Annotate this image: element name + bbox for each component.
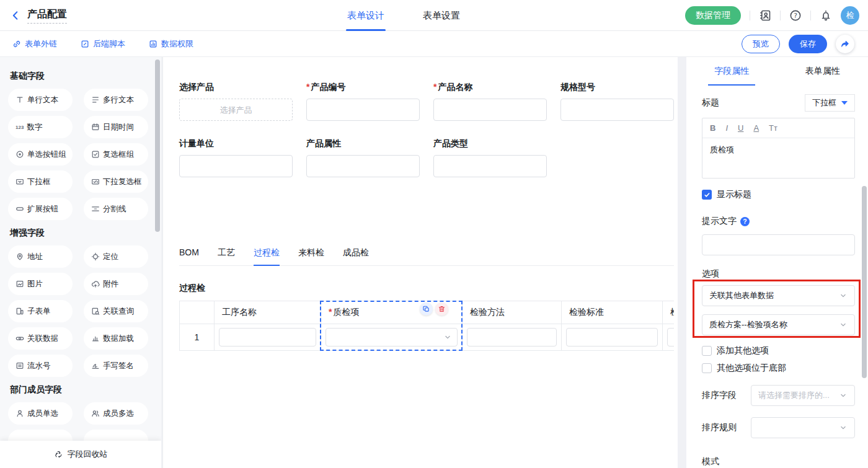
- form-field-product-name[interactable]: *产品名称: [433, 82, 547, 121]
- field-item-datetime[interactable]: 日期时间: [84, 116, 148, 138]
- tab-bom[interactable]: BOM: [179, 247, 199, 265]
- field-item-linked-query[interactable]: 关联查询: [84, 300, 148, 322]
- checkbox-unchecked-icon[interactable]: [702, 363, 712, 373]
- help-tooltip-icon[interactable]: ?: [740, 217, 750, 226]
- field-item-single-line-text[interactable]: 单行文本: [8, 89, 73, 111]
- page-title[interactable]: 产品配置: [27, 8, 67, 24]
- field-item-member-multi[interactable]: 成员多选: [84, 402, 148, 425]
- index-column-header: [180, 301, 215, 324]
- field-item-radio-group[interactable]: 单选按钮组: [8, 143, 73, 166]
- field-item-member-single[interactable]: 成员单选: [8, 402, 73, 425]
- subtable-title: 过程检: [179, 283, 673, 294]
- field-item-multi-line-text[interactable]: 多行文本: [84, 89, 148, 111]
- cut-off-input[interactable]: [667, 328, 674, 347]
- select-product-input[interactable]: [179, 99, 293, 121]
- font-color-button[interactable]: A: [753, 123, 759, 133]
- tab-form-settings[interactable]: 表单设置: [423, 0, 460, 31]
- hint-text-input[interactable]: [702, 234, 855, 255]
- form-field-select-product[interactable]: 选择产品: [179, 82, 293, 121]
- address-book-icon[interactable]: [759, 9, 771, 22]
- sort-rule-select[interactable]: [751, 417, 855, 438]
- data-permission-link[interactable]: 数据权限: [149, 38, 193, 50]
- data-manage-button[interactable]: 数据管理: [685, 6, 741, 25]
- tab-form-properties[interactable]: 表单属性: [777, 57, 868, 86]
- tab-process-inspection[interactable]: 过程检: [254, 247, 280, 265]
- field-item-address[interactable]: 地址: [8, 245, 73, 268]
- cell-cut-off: [663, 324, 675, 351]
- field-item-multi-select[interactable]: 下拉复选框: [84, 170, 148, 193]
- preview-button[interactable]: 预览: [742, 35, 780, 53]
- form-field-product-type[interactable]: 产品类型: [433, 138, 547, 177]
- option-field-select[interactable]: 质检方案--检验项名称: [702, 314, 855, 335]
- panel-scrollbar[interactable]: [862, 186, 867, 378]
- inspection-method-input[interactable]: [467, 328, 557, 347]
- unit-input[interactable]: [179, 155, 293, 177]
- title-rich-editor: B I U A Tт 质检项: [702, 118, 855, 179]
- bold-button[interactable]: B: [710, 123, 715, 133]
- option-source-select[interactable]: 关联其他表单数据: [702, 285, 855, 306]
- process-name-input[interactable]: [219, 328, 316, 347]
- spec-model-input[interactable]: [560, 99, 674, 121]
- field-item-label: 复选框组: [103, 149, 134, 160]
- other-at-bottom-row[interactable]: 其他选项位于底部: [702, 363, 855, 374]
- field-item-data-load[interactable]: 数据加载: [84, 327, 148, 350]
- show-title-checkbox-row[interactable]: 显示标题: [702, 189, 855, 200]
- field-label: 产品编号: [311, 82, 345, 93]
- field-item-image[interactable]: 图片: [8, 273, 73, 295]
- sidebar-scrollbar[interactable]: [155, 60, 160, 232]
- column-header-process-name[interactable]: 工序名称: [215, 301, 321, 324]
- field-type-selector[interactable]: 下拉框: [805, 94, 855, 112]
- field-item-signature[interactable]: 手写签名: [84, 355, 148, 377]
- field-item-subform[interactable]: 子表单: [8, 300, 73, 322]
- share-button[interactable]: [836, 35, 854, 53]
- font-size-button[interactable]: Tт: [769, 123, 777, 133]
- field-item-divider[interactable]: 分割线: [84, 198, 148, 220]
- inspection-standard-input[interactable]: [566, 328, 658, 347]
- back-button[interactable]: [10, 10, 21, 21]
- field-item-select[interactable]: 下拉框: [8, 170, 73, 193]
- tab-form-design[interactable]: 表单设计: [347, 0, 384, 31]
- underline-button[interactable]: U: [738, 123, 743, 133]
- form-field-product-code[interactable]: *产品编号: [306, 82, 420, 121]
- checkbox-unchecked-icon[interactable]: [702, 346, 712, 356]
- help-icon[interactable]: ?: [789, 9, 802, 22]
- quality-item-select[interactable]: [326, 328, 458, 347]
- field-recycle-bin[interactable]: 字段回收站: [0, 441, 161, 468]
- copy-field-button[interactable]: [420, 302, 433, 316]
- save-button[interactable]: 保存: [789, 35, 827, 53]
- tab-field-properties[interactable]: 字段属性: [686, 57, 777, 86]
- notification-bell-icon[interactable]: [820, 9, 832, 22]
- user-avatar[interactable]: 检: [841, 6, 859, 25]
- sort-field-select[interactable]: 请选择需要排序的...: [751, 385, 855, 406]
- product-attribute-input[interactable]: [306, 155, 420, 177]
- italic-button[interactable]: I: [725, 123, 728, 133]
- form-field-spec-model[interactable]: 规格型号: [560, 82, 674, 121]
- external-link-icon: [12, 40, 21, 48]
- field-item-location[interactable]: 定位: [84, 245, 148, 268]
- field-item-attachment[interactable]: 附件: [84, 273, 148, 295]
- checkbox-checked-icon[interactable]: [702, 190, 712, 200]
- option-field-value: 质检方案--检验项名称: [709, 319, 787, 330]
- form-field-unit[interactable]: 计量单位: [179, 138, 293, 177]
- add-other-option-row[interactable]: 添加其他选项: [702, 345, 855, 356]
- column-header-cut-off[interactable]: 检: [663, 301, 675, 324]
- linked-query-icon: [91, 307, 100, 316]
- field-item-linked-data[interactable]: 关联数据: [8, 327, 73, 350]
- field-item-serial-number[interactable]: 流水号: [8, 355, 73, 377]
- column-header-inspection-method[interactable]: 检验方法: [463, 301, 562, 324]
- backend-script-link[interactable]: 后端脚本: [81, 38, 125, 50]
- product-name-input[interactable]: [433, 99, 547, 121]
- form-external-link[interactable]: 表单外链: [12, 38, 57, 50]
- title-value[interactable]: 质检项: [702, 138, 854, 178]
- field-item-number[interactable]: 123数字: [8, 116, 73, 138]
- tab-incoming-inspection[interactable]: 来料检: [298, 247, 324, 265]
- tab-process[interactable]: 工艺: [218, 247, 235, 265]
- column-header-inspection-standard[interactable]: 检验标准: [562, 301, 663, 324]
- product-code-input[interactable]: [306, 99, 420, 121]
- product-type-input[interactable]: [433, 155, 547, 177]
- delete-field-button[interactable]: [435, 302, 448, 316]
- field-item-expand-button[interactable]: 扩展按钮: [8, 198, 73, 220]
- form-field-product-attribute[interactable]: 产品属性: [306, 138, 420, 177]
- field-item-checkbox-group[interactable]: 复选框组: [84, 143, 148, 166]
- tab-finished-inspection[interactable]: 成品检: [343, 247, 369, 265]
